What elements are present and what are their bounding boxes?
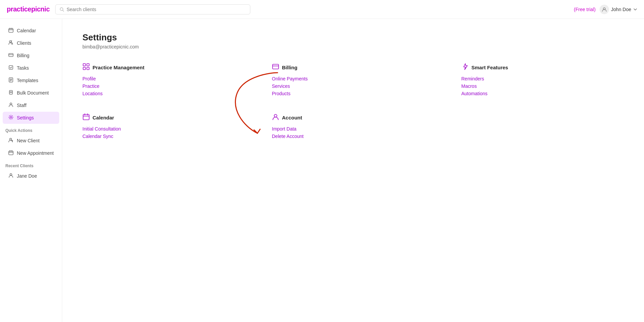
sidebar-label: Clients: [17, 40, 31, 46]
settings-grid: Practice Management Profile Practice Loc…: [82, 63, 624, 139]
sidebar-label: Staff: [17, 103, 27, 108]
staff-icon: [8, 102, 13, 108]
bulk-document-icon: [8, 90, 13, 96]
link-profile[interactable]: Profile: [82, 76, 245, 81]
section-header: Smart Features: [461, 63, 624, 72]
settings-email: bimba@practicepicnic.com: [82, 44, 624, 49]
link-practice[interactable]: Practice: [82, 83, 245, 89]
svg-rect-17: [87, 67, 89, 70]
main-content: Settings bimba@practicepicnic.com Practi…: [62, 19, 644, 322]
sidebar-nav-billing[interactable]: Billing: [3, 49, 59, 62]
sidebar-label: Calendar: [17, 28, 36, 33]
svg-rect-3: [8, 29, 13, 32]
page-title: Settings: [82, 32, 624, 43]
svg-rect-6: [9, 66, 12, 69]
section-links: Initial Consultation Calendar Sync: [82, 126, 245, 139]
chevron-down-icon: [633, 7, 637, 11]
section-account: Account Import Data Delete Account: [272, 113, 434, 139]
tasks-icon: [8, 65, 13, 71]
section-calendar: Calendar Initial Consultation Calendar S…: [82, 113, 245, 139]
svg-rect-19: [83, 114, 89, 120]
sidebar-new-client[interactable]: New Client: [3, 135, 59, 147]
sidebar-nav-bulk-document[interactable]: Bulk Document: [3, 87, 59, 99]
calendar-icon: [8, 28, 13, 34]
sidebar: Calendar Clients Billing Tasks Templates: [0, 19, 62, 322]
new-client-icon: [8, 138, 13, 144]
sidebar-label: Settings: [17, 115, 34, 120]
svg-point-9: [10, 103, 12, 105]
section-billing: Billing Online Payments Services Product…: [272, 63, 434, 96]
avatar-icon: [600, 5, 609, 14]
smart-features-icon: [461, 63, 469, 72]
section-header: Account: [272, 113, 434, 122]
billing-settings-icon: [272, 63, 279, 72]
section-header: Calendar: [82, 113, 245, 122]
search-input[interactable]: [67, 7, 246, 12]
svg-rect-8: [9, 91, 12, 94]
settings-icon: [8, 115, 13, 121]
topbar: practicepicnic (Free trial) John Doe: [0, 0, 644, 19]
section-links: Reminders Macros Automations: [461, 76, 624, 96]
svg-line-1: [63, 10, 64, 11]
svg-rect-15: [87, 64, 89, 66]
sidebar-label: New Appointment: [17, 150, 54, 156]
sidebar-nav-calendar[interactable]: Calendar: [3, 25, 59, 37]
svg-rect-18: [273, 64, 279, 69]
link-automations[interactable]: Automations: [461, 91, 624, 96]
recent-clients-label: Recent Clients: [0, 159, 62, 170]
sidebar-nav-clients[interactable]: Clients: [3, 37, 59, 49]
logo[interactable]: practicepicnic: [7, 5, 50, 13]
quick-actions-label: Quick Actions: [0, 124, 62, 134]
billing-icon: [8, 52, 13, 59]
sidebar-client-jane-doe[interactable]: Jane Doe: [3, 170, 59, 182]
section-title: Account: [282, 115, 302, 120]
sidebar-nav-templates[interactable]: Templates: [3, 74, 59, 86]
link-initial-consultation[interactable]: Initial Consultation: [82, 126, 245, 132]
svg-point-13: [10, 174, 12, 176]
section-links: Import Data Delete Account: [272, 126, 434, 139]
search-icon: [60, 7, 64, 12]
link-calendar-sync[interactable]: Calendar Sync: [82, 134, 245, 139]
account-icon: [272, 113, 279, 122]
section-title: Billing: [282, 65, 297, 70]
link-reminders[interactable]: Reminders: [461, 76, 624, 81]
sidebar-nav-tasks[interactable]: Tasks: [3, 62, 59, 74]
link-import-data[interactable]: Import Data: [272, 126, 434, 132]
section-practice-management: Practice Management Profile Practice Loc…: [82, 63, 245, 96]
link-products[interactable]: Products: [272, 91, 434, 96]
sidebar-label: Tasks: [17, 65, 29, 71]
section-smart-features: Smart Features Reminders Macros Automati…: [461, 63, 624, 96]
topbar-left: practicepicnic: [7, 4, 250, 14]
section-links: Profile Practice Locations: [82, 76, 245, 96]
clients-icon: [8, 40, 13, 46]
sidebar-new-appointment[interactable]: New Appointment: [3, 147, 59, 159]
section-header: Billing: [272, 63, 434, 72]
svg-rect-14: [83, 64, 85, 66]
client-icon: [8, 173, 13, 179]
topbar-right: (Free trial) John Doe: [574, 5, 638, 14]
templates-icon: [8, 77, 13, 83]
sidebar-label: Templates: [17, 78, 38, 83]
section-title: Practice Management: [93, 65, 144, 70]
user-menu[interactable]: John Doe: [600, 5, 637, 14]
section-title: Calendar: [93, 115, 114, 120]
sidebar-nav-staff[interactable]: Staff: [3, 99, 59, 111]
free-trial-badge[interactable]: (Free trial): [574, 7, 596, 12]
new-appointment-icon: [8, 150, 13, 156]
practice-management-icon: [82, 63, 90, 72]
sidebar-nav-settings[interactable]: Settings: [3, 112, 59, 124]
section-title: Smart Features: [471, 65, 508, 70]
sidebar-label: Billing: [17, 53, 29, 58]
sidebar-label: Jane Doe: [17, 173, 37, 179]
link-services[interactable]: Services: [272, 83, 434, 89]
link-delete-account[interactable]: Delete Account: [272, 134, 434, 139]
link-locations[interactable]: Locations: [82, 91, 245, 96]
link-macros[interactable]: Macros: [461, 83, 624, 89]
section-links: Online Payments Services Products: [272, 76, 434, 96]
sidebar-label: New Client: [17, 138, 40, 143]
user-name: John Doe: [611, 7, 631, 12]
svg-rect-16: [83, 67, 85, 70]
search-bar: [55, 4, 250, 14]
svg-point-11: [9, 138, 11, 140]
link-online-payments[interactable]: Online Payments: [272, 76, 434, 81]
